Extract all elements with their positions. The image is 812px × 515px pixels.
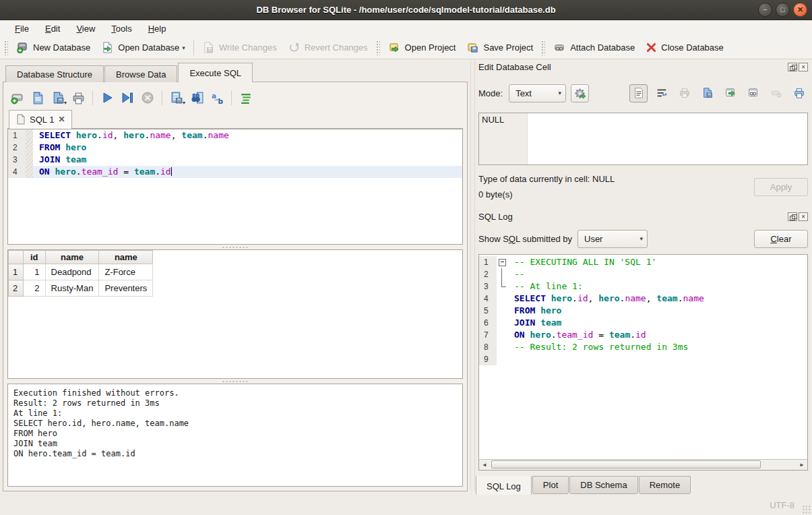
new-database-button[interactable]: New Database <box>11 38 96 57</box>
format-sql-button[interactable] <box>237 89 255 107</box>
horizontal-scrollbar[interactable]: ◀ ▶ <box>479 459 807 470</box>
export-results-button[interactable]: ▾ <box>168 89 185 107</box>
scrollbar-thumb[interactable] <box>491 460 761 468</box>
table-cell[interactable]: Preventers <box>99 280 153 297</box>
sql-toolbar-separator <box>92 90 93 105</box>
filter-label: Show SQL submitted by <box>478 234 572 244</box>
tab-database-structure[interactable]: Database Structure <box>5 65 104 82</box>
word-wrap-button[interactable] <box>652 84 670 102</box>
execute-current-line-button[interactable] <box>119 89 136 107</box>
close-database-icon <box>646 42 657 53</box>
close-button[interactable]: ✕ <box>793 3 807 17</box>
column-header[interactable]: name <box>45 251 99 264</box>
edit-cell-title: Edit Database Cell <box>478 62 788 72</box>
save-sql-file-button[interactable]: ▾ <box>49 89 67 107</box>
save-project-button[interactable]: Save Project <box>461 38 538 57</box>
splitter-handle[interactable] <box>7 379 463 384</box>
cell-editor-content[interactable] <box>528 113 807 164</box>
close-database-button[interactable]: Close Database <box>640 39 729 56</box>
sql1-tab-close-icon[interactable]: ✕ <box>58 115 65 124</box>
table-cell[interactable]: Deadpond <box>45 264 99 280</box>
results-grid: idnamename11DeadpondZ-Force22Rusty-ManPr… <box>7 249 463 379</box>
cell-editor[interactable]: NULL <box>478 113 808 165</box>
tab-execute-sql[interactable]: Execute SQL <box>178 63 253 82</box>
table-cell[interactable]: 2 <box>24 280 46 297</box>
toolbar-grip[interactable] <box>4 40 8 55</box>
tab-db-schema[interactable]: DB Schema <box>569 476 637 494</box>
export-cell-data-button[interactable] <box>698 84 716 102</box>
toolbar-grip[interactable] <box>376 40 380 55</box>
open-project-button[interactable]: Open Project <box>383 38 462 57</box>
open-url-button[interactable] <box>744 84 762 102</box>
table-cell[interactable]: Z-Force <box>99 264 153 280</box>
open-database-button[interactable]: Open Database ▾ <box>96 38 191 57</box>
replace-button[interactable]: ab <box>208 89 226 107</box>
scroll-right-icon[interactable]: ▶ <box>797 460 807 470</box>
row-header[interactable]: 2 <box>9 280 24 297</box>
splitter-handle[interactable] <box>7 245 463 249</box>
mode-select[interactable]: Text ▾ <box>509 84 566 102</box>
encoding-indicator[interactable]: UTF-8 <box>770 500 794 510</box>
column-header[interactable]: name <box>99 251 153 264</box>
code-line: 4ON hero.team_id = team.id <box>8 166 462 178</box>
table-cell[interactable]: Rusty-Man <box>45 280 99 297</box>
menu-edit[interactable]: Edit <box>37 22 68 36</box>
execute-sql-button[interactable] <box>98 89 116 107</box>
scroll-left-icon[interactable]: ◀ <box>479 460 490 470</box>
dock-float-icon[interactable] <box>788 63 797 71</box>
table-cell[interactable]: 1 <box>24 264 46 280</box>
print-sql-button[interactable] <box>69 89 87 107</box>
text-view-button[interactable] <box>629 84 648 102</box>
new-sql-tab-button[interactable] <box>9 89 26 107</box>
save-sql-dropdown-caret[interactable]: ▾ <box>64 100 67 106</box>
panel-splitter[interactable] <box>470 59 475 491</box>
sql-file-tabbar: SQL 1 ✕ <box>7 109 463 129</box>
results-table[interactable]: idnamename11DeadpondZ-Force22Rusty-ManPr… <box>8 250 153 297</box>
dock-close-icon[interactable]: ✕ <box>799 63 808 71</box>
open-sql-file-button[interactable] <box>29 89 46 107</box>
tab-sql-log[interactable]: SQL Log <box>476 476 532 496</box>
resize-grip[interactable] <box>802 505 811 514</box>
replace-icon: ab <box>210 91 224 105</box>
sql1-tab-label: SQL 1 <box>30 115 54 125</box>
fold-margin <box>26 129 33 142</box>
cell-size-info: 0 byte(s) <box>478 189 513 200</box>
open-database-dropdown-caret[interactable]: ▾ <box>182 44 185 51</box>
menu-tools[interactable]: Tools <box>103 22 139 36</box>
auto-switch-mode-button[interactable] <box>571 84 589 102</box>
open-database-icon <box>101 41 114 54</box>
open-in-external-button[interactable] <box>721 84 739 102</box>
fold-marker-icon[interactable] <box>497 256 508 268</box>
dock-close-icon[interactable]: ✕ <box>799 212 808 221</box>
minimize-button[interactable]: − <box>758 3 772 17</box>
row-header[interactable]: 1 <box>9 264 24 280</box>
sql1-tab[interactable]: SQL 1 ✕ <box>9 110 72 129</box>
tab-browse-data[interactable]: Browse Data <box>104 65 177 82</box>
print-cell-button[interactable] <box>790 84 808 102</box>
find-button[interactable] <box>188 89 206 107</box>
set-null-button <box>767 84 785 102</box>
menu-help[interactable]: Help <box>140 22 175 36</box>
clear-log-button[interactable]: Clear <box>754 230 808 248</box>
fold-column <box>497 305 508 317</box>
sql-editor[interactable]: 1SELECT hero.id, hero.name, team.name2FR… <box>7 129 463 245</box>
stop-execution-button <box>139 89 156 107</box>
tab-plot[interactable]: Plot <box>532 476 569 494</box>
scrollbar-track[interactable] <box>490 460 797 470</box>
export-dropdown-caret[interactable]: ▾ <box>183 100 185 106</box>
dock-float-icon[interactable] <box>788 212 797 221</box>
format-sql-icon <box>239 91 253 105</box>
code-line: 4SELECT hero.id, hero.name, team.name <box>479 293 807 305</box>
attach-database-button[interactable]: Attach Database <box>548 38 640 57</box>
tab-remote[interactable]: Remote <box>639 476 691 494</box>
submitted-by-select[interactable]: User ▾ <box>577 230 648 248</box>
sql-log-lines[interactable]: 1-- EXECUTING ALL IN 'SQL 1'2--3-- At li… <box>479 255 807 459</box>
menu-view[interactable]: View <box>68 22 103 36</box>
text-document-icon <box>633 87 645 99</box>
corner-header[interactable] <box>9 251 24 264</box>
submitted-by-value: User <box>584 234 633 244</box>
maximize-button[interactable]: □ <box>776 3 790 17</box>
menu-file[interactable]: File <box>7 22 37 36</box>
column-header[interactable]: id <box>24 251 46 264</box>
toolbar-grip[interactable] <box>541 40 545 55</box>
